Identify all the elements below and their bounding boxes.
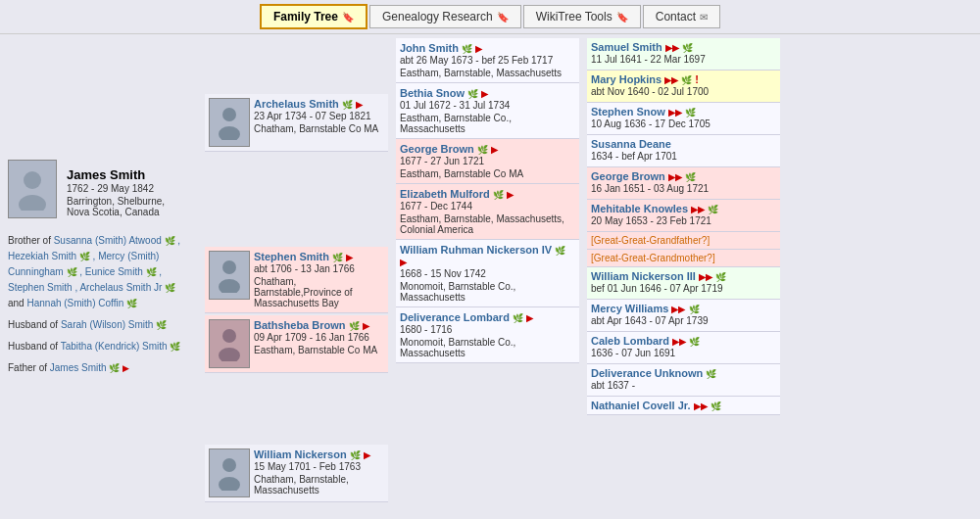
spouse1-label: Husband of [8,319,61,330]
william-nickerson-info: William Nickerson 🌿 ▶ 15 May 1701 - Feb … [254,448,384,495]
bathsheba-brown-dates: 09 Apr 1709 - 16 Jan 1766 [254,331,377,345]
william-nickerson-location: Chatham, Barnstable, Massachusetts [254,474,384,495]
deliverance-lombard-card: Deliverance Lombard 🌿 ▶ 1680 - 1716 Mono… [396,307,579,363]
father-label: Father of [8,362,50,373]
mary-hopkins-name[interactable]: Mary Hopkins ▶▶ 🌿 ! [591,73,776,85]
mercy-williams-name[interactable]: Mercy Williams ▶▶ 🌿 [591,303,776,314]
spouse1-section: Husband of Sarah (Wilson) Smith 🌿 [8,317,193,333]
james-smith-dates: 1762 - 29 May 1842 [67,182,189,196]
sibling-mercy-leaf: 🌿 [67,267,77,277]
george-brown-1-name[interactable]: George Brown 🌿 ▶ [400,143,575,155]
navigation-bar: Family Tree 🔖 Genealogy Research 🔖 WikiT… [0,0,980,34]
mehitable-knowles-name[interactable]: Mehitable Knowles ▶▶ 🌿 [591,203,776,214]
susanna-deane-card: Susanna Deane 1634 - bef Apr 1701 [587,135,780,167]
samuel-smith-card: Samuel Smith ▶▶ 🌿 11 Jul 1641 - 22 Mar 1… [587,38,780,71]
stephen-smith-dates: abt 1706 - 13 Jan 1766 [254,262,384,276]
sibling-hannah[interactable]: Hannah (Smith) Coffin [26,298,123,308]
james-smith-name: James Smith [67,167,189,182]
bathsheba-brown-avatar [209,319,250,368]
john-smith-card: John Smith 🌿 ▶ abt 26 May 1673 - bef 25 … [396,38,579,83]
william-nickerson-card: William Nickerson 🌿 ▶ 15 May 1701 - Feb … [205,445,388,502]
sibling-susanna[interactable]: Susanna (Smith) Atwood [54,235,162,246]
svg-point-3 [219,126,240,140]
archelaus-smith-card: Archelaus Smith 🌿 ▶ 23 Apr 1734 - 07 Sep… [205,94,388,152]
stephen-smith-location: Chatham, Barnstable,Province of Massachu… [254,276,384,308]
father-arrow: ▶ [122,363,129,373]
archelaus-smith-dates: 23 Apr 1734 - 07 Sep 1821 [254,110,378,123]
spouse2-link[interactable]: Tabitha (Kendrick) Smith [61,341,168,352]
ggm-link[interactable]: [Great-Great-Grandmother?] [591,253,776,263]
svg-point-5 [219,279,240,293]
tab-wikitree-tools-icon: 🔖 [616,12,628,23]
svg-point-1 [19,195,46,211]
nathaniel-covell-name[interactable]: Nathaniel Covell Jr. ▶▶ 🌿 [591,400,776,411]
elizabeth-mulford-dates: 1677 - Dec 1744 [400,200,575,213]
tab-wikitree-tools[interactable]: WikiTree Tools 🔖 [523,5,641,28]
spouse1-link[interactable]: Sarah (Wilson) Smith [61,319,153,330]
william-nickerson-iii-name[interactable]: William Nickerson III ▶▶ 🌿 [591,270,776,282]
sibling-archelaus-jr[interactable]: , Archelaus Smith Jr [74,282,162,293]
sibling-archelaus-jr-leaf: 🌿 [165,283,175,293]
nathaniel-covell-card: Nathaniel Covell Jr. ▶▶ 🌿 [587,397,780,415]
susanna-deane-dates: 1634 - bef Apr 1701 [591,150,776,164]
william-nickerson-name[interactable]: William Nickerson 🌿 ▶ [254,448,384,460]
col-great-grandparents: Samuel Smith ▶▶ 🌿 11 Jul 1641 - 22 Mar 1… [583,34,784,519]
stephen-smith-card: Stephen Smith 🌿 ▶ abt 1706 - 13 Jan 1766… [205,247,388,313]
tab-family-tree[interactable]: Family Tree 🔖 [260,4,368,29]
stephen-smith-name[interactable]: Stephen Smith 🌿 ▶ [254,251,384,262]
archelaus-smith-name[interactable]: Archelaus Smith 🌿 ▶ [254,98,378,110]
bethia-snow-name[interactable]: Bethia Snow 🌿 ▶ [400,87,575,99]
george-brown-2-name[interactable]: George Brown ▶▶ 🌿 [591,170,776,182]
ggf-link[interactable]: [Great-Great-Grandfather?] [591,235,776,246]
john-smith-name[interactable]: John Smith 🌿 ▶ [400,42,575,54]
james-smith-location: Barrington, Shelburne, Nova Scotia, Cana… [67,196,189,217]
bethia-snow-card: Bethia Snow 🌿 ▶ 01 Jul 1672 - 31 Jul 173… [396,83,579,139]
sibling-eunice-leaf: 🌿 [146,267,157,277]
tab-contact-label: Contact [656,10,696,24]
deliverance-lombard-location: Monomoit, Barnstable Co., Massachusetts [400,337,575,358]
elizabeth-mulford-name[interactable]: Elizabeth Mulford 🌿 ▶ [400,188,575,200]
george-brown-1-dates: 1677 - 27 Jun 1721 [400,155,575,168]
stephen-snow-name[interactable]: Stephen Snow ▶▶ 🌿 [591,106,776,118]
james-smith-info: James Smith 1762 - 29 May 1842 Barringto… [63,160,193,225]
ggm-link-card: [Great-Great-Grandmother?] [587,250,780,267]
svg-point-0 [24,171,41,189]
john-smith-dates: abt 26 May 1673 - bef 25 Feb 1717 [400,54,575,68]
deliverance-unknown-dates: abt 1637 - [591,379,776,393]
sibling-eunice[interactable]: , Eunice Smith [79,266,142,277]
bathsheba-brown-name[interactable]: Bathsheba Brown 🌿 ▶ [254,319,377,331]
tab-genealogy-research[interactable]: Genealogy Research 🔖 [369,5,521,28]
william-nickerson-iv-card: William Ruhman Nickerson IV 🌿 ▶ 1668 - 1… [396,240,579,307]
sibling-hannah-leaf: 🌿 [126,299,137,308]
deliverance-unknown-name[interactable]: Deliverance Unknown 🌿 [591,367,776,379]
sibling-hezekiah-leaf: 🌿 [79,252,90,261]
george-brown-2-dates: 16 Jan 1651 - 03 Aug 1721 [591,182,776,196]
william-nickerson-avatar [209,448,250,497]
tab-genealogy-research-label: Genealogy Research [382,10,493,24]
siblings-section: Brother of Susanna (Smith) Atwood 🌿 , He… [8,233,193,311]
deliverance-lombard-name[interactable]: Deliverance Lombard 🌿 ▶ [400,311,575,323]
william-nickerson-iv-location: Monomoit, Barnstable Co., Massachusetts [400,281,575,303]
tab-contact[interactable]: Contact ✉ [643,5,720,28]
deliverance-lombard-dates: 1680 - 1716 [400,323,575,337]
william-nickerson-iv-dates: 1668 - 15 Nov 1742 [400,267,575,281]
father-section: Father of James Smith 🌿 ▶ [8,360,193,376]
caleb-lombard-dates: 1636 - 07 Jun 1691 [591,347,776,360]
susanna-deane-name[interactable]: Susanna Deane [591,138,776,150]
svg-point-8 [222,458,236,472]
george-brown-1-location: Eastham, Barnstable Co MA [400,168,575,179]
father-leaf: 🌿 [109,363,120,373]
samuel-smith-name[interactable]: Samuel Smith ▶▶ 🌿 [591,41,776,53]
mary-hopkins-dates: abt Nov 1640 - 02 Jul 1700 [591,85,776,99]
william-nickerson-iii-card: William Nickerson III ▶▶ 🌿 bef 01 Jun 16… [587,267,780,300]
svg-point-6 [222,329,236,343]
father-link[interactable]: James Smith [50,362,107,373]
caleb-lombard-card: Caleb Lombard ▶▶ 🌿 1636 - 07 Jun 1691 [587,332,780,364]
bathsheba-brown-location: Eastham, Barnstable Co MA [254,345,377,355]
caleb-lombard-name[interactable]: Caleb Lombard ▶▶ 🌿 [591,335,776,347]
james-smith-avatar [8,160,57,218]
col-parents: Archelaus Smith 🌿 ▶ 23 Apr 1734 - 07 Sep… [201,34,392,519]
william-nickerson-iv-name[interactable]: William Ruhman Nickerson IV 🌿 ▶ [400,244,575,267]
tab-family-tree-label: Family Tree [273,10,338,24]
archelaus-smith-location: Chatham, Barnstable Co MA [254,123,378,134]
